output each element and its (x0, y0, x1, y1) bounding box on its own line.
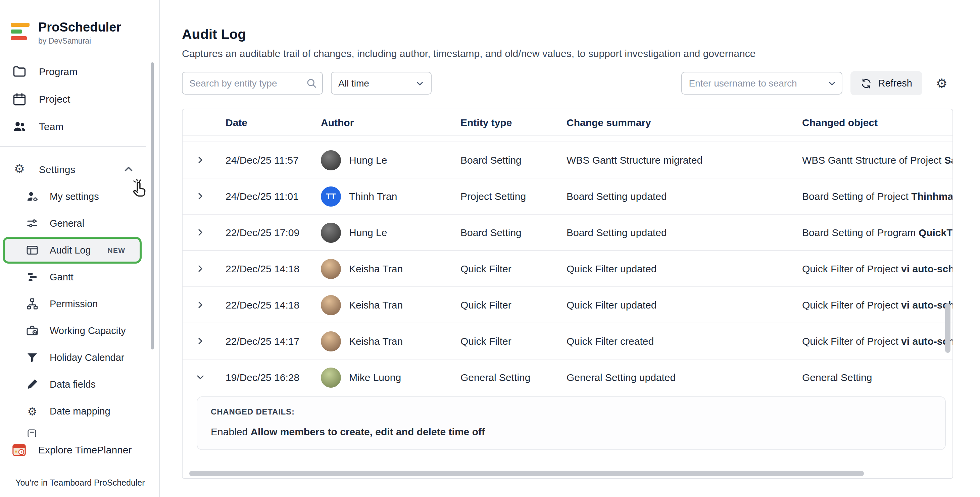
cell-changed-object: WBS Gantt Structure of Project Sam (802, 154, 953, 166)
refresh-label: Refresh (878, 78, 912, 89)
chevron-down-icon[interactable] (827, 78, 836, 88)
sidebar-item-gantt[interactable]: Gantt (0, 264, 159, 291)
sidebar-item-label: Holiday Calendar (50, 352, 124, 363)
table-settings-button[interactable]: ⚙ (930, 72, 953, 95)
sidebar-item-audit-log[interactable]: Audit Log NEW (3, 237, 142, 264)
cell-author: Hung Le (321, 222, 460, 243)
cell-date: 19/Dec/25 16:28 (226, 372, 321, 383)
sidebar-item-working-capacity[interactable]: Working Capacity (0, 317, 159, 344)
main-content: Audit Log Captures an auditable trail of… (160, 0, 980, 497)
cell-change-summary: Board Setting updated (566, 227, 802, 238)
chevron-down-icon (415, 79, 424, 87)
table-horizontal-scrollbar[interactable] (189, 471, 864, 476)
app-subtitle: by DevSamurai (38, 37, 121, 45)
sidebar-item-explore-timeplanner[interactable]: Explore TimePlanner (0, 442, 159, 457)
time-filter-value: All time (338, 78, 369, 89)
audit-log-table: Date Author Entity type Change summary C… (182, 109, 953, 479)
hierarchy-icon (25, 297, 39, 311)
refresh-icon (861, 78, 872, 89)
sidebar-item-label: Date mapping (50, 406, 110, 416)
sidebar-item-data-fields[interactable]: Data fields (0, 371, 159, 398)
cell-change-summary: Quick Filter updated (566, 299, 802, 311)
expand-row-button[interactable] (196, 156, 226, 164)
cell-changed-object: General Setting (802, 372, 953, 383)
cell-entity-type: Board Setting (460, 227, 566, 238)
cell-changed-object: Quick Filter of Project vi auto-sched (802, 263, 953, 274)
sidebar-item-label: Program (39, 66, 78, 77)
expand-row-button[interactable] (196, 192, 226, 200)
column-header-date: Date (226, 116, 321, 128)
cell-date: 24/Dec/25 11:57 (226, 154, 321, 166)
expand-row-button[interactable] (196, 337, 226, 345)
scrolled-row-sliver (183, 135, 953, 142)
search-icon (306, 78, 317, 89)
sidebar-divider (0, 146, 146, 147)
gear-icon: ⚙ (25, 405, 39, 418)
column-header-changed-object: Changed object (802, 116, 953, 128)
sidebar-item-permission[interactable]: Permission (0, 291, 159, 317)
gantt-bars-icon (25, 270, 39, 284)
cell-date: 22/Dec/25 17:09 (226, 227, 321, 238)
sidebar-item-holiday-calendar[interactable]: Holiday Calendar (0, 344, 159, 371)
expand-row-button[interactable] (196, 228, 226, 237)
cell-author: TTThinh Tran (321, 186, 460, 206)
audit-log-icon (25, 243, 39, 257)
sidebar-item-label: Audit Log (50, 245, 91, 256)
table-row[interactable]: 22/Dec/25 14:18 Keisha Tran Quick Filter… (183, 287, 953, 323)
sidebar-item-label: Data fields (50, 379, 95, 390)
username-search-input[interactable] (681, 72, 842, 95)
sidebar-item-label: Explore TimePlanner (38, 444, 132, 456)
cell-entity-type: Quick Filter (460, 299, 566, 311)
cell-entity-type: Board Setting (460, 154, 566, 166)
cell-entity-type: General Setting (460, 372, 566, 383)
cell-changed-object: Board Setting of Program QuickTNA (802, 227, 953, 238)
cell-date: 24/Dec/25 11:01 (226, 191, 321, 202)
cell-entity-type: Project Setting (460, 191, 566, 202)
app-window: ProScheduler by DevSamurai Program Proje… (0, 0, 980, 497)
username-search (681, 72, 842, 95)
table-row[interactable]: 24/Dec/25 11:57 Hung Le Board Setting WB… (183, 142, 953, 178)
cell-changed-object: Quick Filter of Project vi auto-sched (802, 299, 953, 311)
gear-icon: ⚙ (936, 75, 947, 91)
avatar: TT (321, 186, 341, 206)
sidebar-item-label: Team (39, 121, 64, 132)
column-header-author: Author (321, 116, 460, 128)
chevron-up-icon[interactable] (124, 164, 134, 174)
table-row[interactable]: 24/Dec/25 11:01 TTThinh Tran Project Set… (183, 178, 953, 214)
avatar (321, 150, 341, 170)
table-row[interactable]: 22/Dec/25 14:18 Keisha Tran Quick Filter… (183, 251, 953, 287)
avatar (321, 259, 341, 279)
table-row-expanded[interactable]: 19/Dec/25 16:28 Mike Luong General Setti… (183, 359, 953, 395)
table-vertical-scrollbar[interactable] (945, 303, 950, 353)
sidebar-item-label: Project (39, 93, 70, 105)
collapse-row-button[interactable] (196, 373, 226, 382)
app-logo: ProScheduler by DevSamurai (0, 0, 159, 45)
sidebar-item-team[interactable]: Team (0, 113, 159, 140)
cell-entity-type: Quick Filter (460, 335, 566, 347)
cell-changed-object: Quick Filter of Project vi auto-sched (802, 335, 953, 347)
folder-icon (12, 64, 27, 79)
clipped-menu-icon (26, 428, 159, 437)
app-title: ProScheduler (38, 20, 121, 35)
page-subtitle: Captures an auditable trail of changes, … (182, 47, 980, 60)
sidebar-item-date-mapping[interactable]: ⚙ Date mapping (0, 398, 159, 425)
expand-row-button[interactable] (196, 300, 226, 309)
funnel-icon (25, 351, 39, 364)
table-row[interactable]: 22/Dec/25 17:09 Hung Le Board Setting Bo… (183, 214, 953, 251)
sidebar: ProScheduler by DevSamurai Program Proje… (0, 0, 160, 497)
timeplanner-icon (11, 442, 27, 457)
column-header-entity-type: Entity type (460, 116, 566, 128)
expand-row-button[interactable] (196, 264, 226, 273)
table-row[interactable]: 22/Dec/25 14:17 Keisha Tran Quick Filter… (183, 323, 953, 359)
sliders-icon (25, 217, 39, 230)
sidebar-item-general[interactable]: General (0, 210, 159, 237)
sidebar-item-project[interactable]: Project (0, 85, 159, 113)
cell-author: Keisha Tran (321, 295, 460, 315)
sidebar-scrollbar[interactable] (151, 62, 154, 349)
pencil-icon (25, 378, 39, 391)
sidebar-item-program[interactable]: Program (0, 58, 159, 85)
refresh-button[interactable]: Refresh (850, 71, 922, 95)
entity-search-input[interactable] (182, 72, 323, 95)
time-filter-select[interactable]: All time (331, 72, 431, 95)
column-header-change-summary: Change summary (566, 116, 802, 128)
